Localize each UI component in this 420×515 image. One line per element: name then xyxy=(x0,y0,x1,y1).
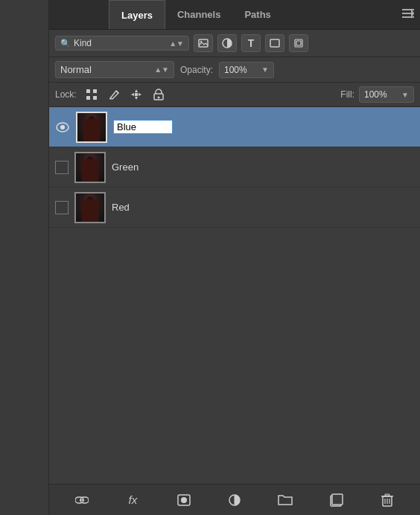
filter-text-btn[interactable]: T xyxy=(241,34,261,52)
svg-rect-9 xyxy=(296,41,301,45)
fill-select[interactable]: 100% ▼ xyxy=(359,86,414,103)
svg-point-23 xyxy=(60,125,65,129)
fill-arrow: ▼ xyxy=(401,91,409,99)
delete-layer-btn[interactable] xyxy=(377,490,398,511)
add-mask-btn[interactable] xyxy=(174,490,194,511)
layer-thumbnail-green xyxy=(74,152,106,183)
layer-name-input-blue[interactable] xyxy=(113,120,173,134)
adjustment-btn[interactable] xyxy=(224,490,245,511)
filter-shape-btn[interactable] xyxy=(265,34,284,52)
svg-rect-19 xyxy=(135,93,138,96)
blend-row: Normal ▲▼ Opacity: 100% ▼ xyxy=(49,57,420,83)
svg-marker-18 xyxy=(139,93,141,96)
lock-paint-btn[interactable] xyxy=(105,86,123,103)
svg-rect-30 xyxy=(332,494,343,505)
svg-rect-2 xyxy=(402,16,414,18)
filter-row: 🔍 Kind ▲▼ T xyxy=(49,30,420,57)
blend-mode-text: Normal xyxy=(60,64,154,75)
blend-mode-arrow: ▲▼ xyxy=(154,65,169,74)
text-icon: T xyxy=(248,37,255,49)
new-layer-btn[interactable] xyxy=(326,490,347,511)
layer-item-green[interactable]: Green xyxy=(49,147,420,188)
svg-marker-16 xyxy=(135,97,138,100)
layer-name-green: Green xyxy=(112,161,139,173)
tab-paths[interactable]: Paths xyxy=(232,0,282,29)
opacity-value: 100% xyxy=(224,65,261,75)
panel-wrapper: Layers Channels Paths 🔍 Kind xyxy=(0,0,420,515)
svg-rect-32 xyxy=(385,494,389,496)
fx-label: fx xyxy=(129,493,138,506)
fill-value: 100% xyxy=(364,89,401,100)
tab-layers[interactable]: Layers xyxy=(109,0,165,29)
left-sidebar xyxy=(0,0,49,515)
svg-point-26 xyxy=(181,497,187,503)
fx-btn[interactable]: fx xyxy=(122,490,143,511)
svg-rect-12 xyxy=(86,96,90,100)
kind-select-arrow: ▲▼ xyxy=(169,39,184,48)
blend-mode-select[interactable]: Normal ▲▼ xyxy=(55,61,174,78)
tab-channels[interactable]: Channels xyxy=(165,0,233,29)
lock-row: Lock: xyxy=(49,83,420,107)
layers-list: Green Red xyxy=(49,107,420,484)
layer-visibility-red[interactable] xyxy=(55,201,69,214)
svg-marker-15 xyxy=(135,89,138,92)
panel-menu-icon[interactable] xyxy=(402,8,414,21)
fill-label: Fill: xyxy=(340,89,354,100)
lock-move-btn[interactable] xyxy=(127,86,145,103)
svg-rect-11 xyxy=(93,89,97,93)
main-panel: Layers Channels Paths 🔍 Kind xyxy=(49,0,420,515)
opacity-label: Opacity: xyxy=(180,65,213,75)
svg-rect-10 xyxy=(86,89,90,93)
svg-rect-7 xyxy=(270,39,279,47)
layer-item-blue[interactable] xyxy=(49,107,420,147)
svg-rect-13 xyxy=(93,96,97,100)
filter-smart-btn[interactable] xyxy=(289,34,308,52)
lock-label: Lock: xyxy=(55,89,77,100)
layer-visibility-green[interactable] xyxy=(55,161,69,174)
svg-marker-17 xyxy=(131,93,134,96)
svg-line-14 xyxy=(116,91,118,93)
link-layers-btn[interactable] xyxy=(71,490,92,511)
search-icon: 🔍 xyxy=(60,39,71,48)
filter-circle-btn[interactable] xyxy=(217,34,237,52)
svg-rect-4 xyxy=(199,39,208,47)
opacity-select[interactable]: 100% ▼ xyxy=(219,62,274,78)
layer-thumbnail-red xyxy=(74,192,106,223)
lock-all-btn[interactable] xyxy=(150,86,168,103)
layer-item-red[interactable]: Red xyxy=(49,188,420,228)
kind-select-text: Kind xyxy=(74,38,169,48)
layer-name-red: Red xyxy=(112,202,130,213)
new-group-btn[interactable] xyxy=(275,490,296,511)
lock-pixels-btn[interactable] xyxy=(83,86,101,103)
svg-rect-0 xyxy=(402,9,414,10)
layer-thumbnail-blue xyxy=(76,112,107,143)
svg-point-21 xyxy=(157,97,159,99)
bottom-toolbar: fx xyxy=(49,484,420,515)
filter-image-btn[interactable] xyxy=(194,34,213,52)
layer-visibility-blue[interactable] xyxy=(55,120,70,135)
kind-select[interactable]: 🔍 Kind ▲▼ xyxy=(55,36,189,51)
opacity-arrow: ▼ xyxy=(261,65,269,74)
tab-bar: Layers Channels Paths xyxy=(49,0,420,30)
